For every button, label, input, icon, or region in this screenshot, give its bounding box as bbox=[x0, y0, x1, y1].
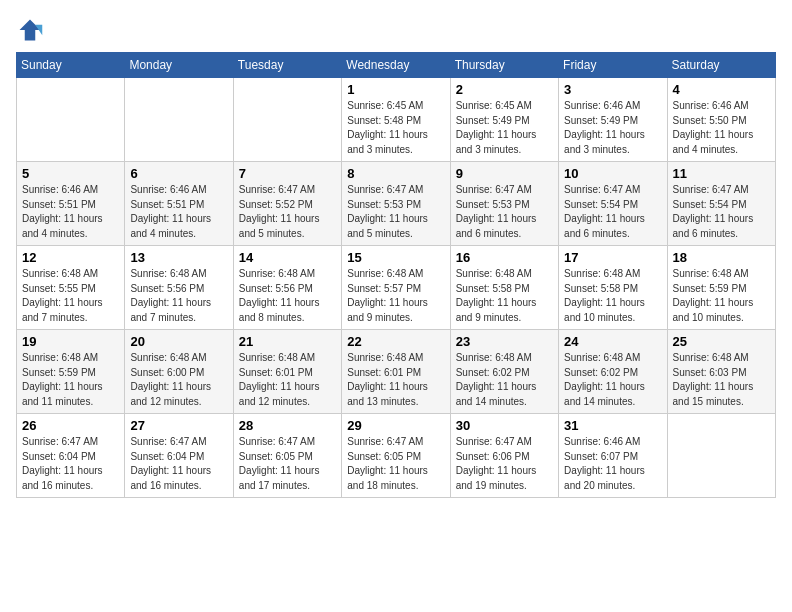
cell-day-number: 3 bbox=[564, 82, 661, 97]
cell-day-number: 29 bbox=[347, 418, 444, 433]
weekday-header-saturday: Saturday bbox=[667, 53, 775, 78]
calendar-cell: 19Sunrise: 6:48 AM Sunset: 5:59 PM Dayli… bbox=[17, 330, 125, 414]
cell-day-number: 25 bbox=[673, 334, 770, 349]
weekday-header-tuesday: Tuesday bbox=[233, 53, 341, 78]
cell-info: Sunrise: 6:48 AM Sunset: 5:57 PM Dayligh… bbox=[347, 267, 444, 325]
cell-day-number: 6 bbox=[130, 166, 227, 181]
cell-info: Sunrise: 6:48 AM Sunset: 5:56 PM Dayligh… bbox=[130, 267, 227, 325]
cell-info: Sunrise: 6:48 AM Sunset: 6:01 PM Dayligh… bbox=[347, 351, 444, 409]
calendar-cell: 30Sunrise: 6:47 AM Sunset: 6:06 PM Dayli… bbox=[450, 414, 558, 498]
calendar-cell: 6Sunrise: 6:46 AM Sunset: 5:51 PM Daylig… bbox=[125, 162, 233, 246]
calendar-cell: 5Sunrise: 6:46 AM Sunset: 5:51 PM Daylig… bbox=[17, 162, 125, 246]
cell-day-number: 15 bbox=[347, 250, 444, 265]
cell-day-number: 21 bbox=[239, 334, 336, 349]
calendar-cell: 31Sunrise: 6:46 AM Sunset: 6:07 PM Dayli… bbox=[559, 414, 667, 498]
cell-day-number: 27 bbox=[130, 418, 227, 433]
calendar-cell: 12Sunrise: 6:48 AM Sunset: 5:55 PM Dayli… bbox=[17, 246, 125, 330]
cell-day-number: 2 bbox=[456, 82, 553, 97]
cell-info: Sunrise: 6:47 AM Sunset: 5:53 PM Dayligh… bbox=[347, 183, 444, 241]
calendar-cell: 23Sunrise: 6:48 AM Sunset: 6:02 PM Dayli… bbox=[450, 330, 558, 414]
calendar-cell: 20Sunrise: 6:48 AM Sunset: 6:00 PM Dayli… bbox=[125, 330, 233, 414]
cell-info: Sunrise: 6:46 AM Sunset: 6:07 PM Dayligh… bbox=[564, 435, 661, 493]
cell-day-number: 18 bbox=[673, 250, 770, 265]
weekday-header-monday: Monday bbox=[125, 53, 233, 78]
calendar-cell: 3Sunrise: 6:46 AM Sunset: 5:49 PM Daylig… bbox=[559, 78, 667, 162]
cell-info: Sunrise: 6:45 AM Sunset: 5:48 PM Dayligh… bbox=[347, 99, 444, 157]
cell-day-number: 28 bbox=[239, 418, 336, 433]
cell-day-number: 24 bbox=[564, 334, 661, 349]
cell-day-number: 17 bbox=[564, 250, 661, 265]
calendar-cell: 24Sunrise: 6:48 AM Sunset: 6:02 PM Dayli… bbox=[559, 330, 667, 414]
calendar-header-row: SundayMondayTuesdayWednesdayThursdayFrid… bbox=[17, 53, 776, 78]
page-header bbox=[16, 16, 776, 44]
calendar-cell: 21Sunrise: 6:48 AM Sunset: 6:01 PM Dayli… bbox=[233, 330, 341, 414]
cell-info: Sunrise: 6:48 AM Sunset: 6:02 PM Dayligh… bbox=[564, 351, 661, 409]
cell-info: Sunrise: 6:48 AM Sunset: 6:03 PM Dayligh… bbox=[673, 351, 770, 409]
logo bbox=[16, 16, 48, 44]
calendar-week-1: 1Sunrise: 6:45 AM Sunset: 5:48 PM Daylig… bbox=[17, 78, 776, 162]
calendar-cell bbox=[233, 78, 341, 162]
cell-day-number: 10 bbox=[564, 166, 661, 181]
calendar-cell: 7Sunrise: 6:47 AM Sunset: 5:52 PM Daylig… bbox=[233, 162, 341, 246]
cell-info: Sunrise: 6:46 AM Sunset: 5:49 PM Dayligh… bbox=[564, 99, 661, 157]
weekday-header-thursday: Thursday bbox=[450, 53, 558, 78]
cell-info: Sunrise: 6:45 AM Sunset: 5:49 PM Dayligh… bbox=[456, 99, 553, 157]
calendar-cell: 22Sunrise: 6:48 AM Sunset: 6:01 PM Dayli… bbox=[342, 330, 450, 414]
cell-info: Sunrise: 6:47 AM Sunset: 5:53 PM Dayligh… bbox=[456, 183, 553, 241]
calendar-cell: 18Sunrise: 6:48 AM Sunset: 5:59 PM Dayli… bbox=[667, 246, 775, 330]
cell-day-number: 11 bbox=[673, 166, 770, 181]
calendar-cell: 27Sunrise: 6:47 AM Sunset: 6:04 PM Dayli… bbox=[125, 414, 233, 498]
calendar-cell: 8Sunrise: 6:47 AM Sunset: 5:53 PM Daylig… bbox=[342, 162, 450, 246]
calendar-cell bbox=[125, 78, 233, 162]
calendar-cell: 13Sunrise: 6:48 AM Sunset: 5:56 PM Dayli… bbox=[125, 246, 233, 330]
cell-day-number: 16 bbox=[456, 250, 553, 265]
cell-day-number: 26 bbox=[22, 418, 119, 433]
cell-day-number: 9 bbox=[456, 166, 553, 181]
calendar-cell: 2Sunrise: 6:45 AM Sunset: 5:49 PM Daylig… bbox=[450, 78, 558, 162]
calendar-cell: 9Sunrise: 6:47 AM Sunset: 5:53 PM Daylig… bbox=[450, 162, 558, 246]
cell-info: Sunrise: 6:48 AM Sunset: 5:55 PM Dayligh… bbox=[22, 267, 119, 325]
cell-info: Sunrise: 6:48 AM Sunset: 6:02 PM Dayligh… bbox=[456, 351, 553, 409]
cell-info: Sunrise: 6:48 AM Sunset: 6:01 PM Dayligh… bbox=[239, 351, 336, 409]
cell-info: Sunrise: 6:46 AM Sunset: 5:50 PM Dayligh… bbox=[673, 99, 770, 157]
cell-info: Sunrise: 6:48 AM Sunset: 5:59 PM Dayligh… bbox=[22, 351, 119, 409]
calendar-cell: 28Sunrise: 6:47 AM Sunset: 6:05 PM Dayli… bbox=[233, 414, 341, 498]
cell-info: Sunrise: 6:47 AM Sunset: 6:05 PM Dayligh… bbox=[347, 435, 444, 493]
calendar-cell: 29Sunrise: 6:47 AM Sunset: 6:05 PM Dayli… bbox=[342, 414, 450, 498]
cell-info: Sunrise: 6:47 AM Sunset: 5:54 PM Dayligh… bbox=[564, 183, 661, 241]
calendar-cell: 14Sunrise: 6:48 AM Sunset: 5:56 PM Dayli… bbox=[233, 246, 341, 330]
calendar-cell bbox=[17, 78, 125, 162]
weekday-header-friday: Friday bbox=[559, 53, 667, 78]
cell-day-number: 8 bbox=[347, 166, 444, 181]
calendar-cell: 16Sunrise: 6:48 AM Sunset: 5:58 PM Dayli… bbox=[450, 246, 558, 330]
cell-day-number: 13 bbox=[130, 250, 227, 265]
svg-marker-0 bbox=[20, 20, 41, 41]
cell-info: Sunrise: 6:47 AM Sunset: 5:52 PM Dayligh… bbox=[239, 183, 336, 241]
weekday-header-wednesday: Wednesday bbox=[342, 53, 450, 78]
cell-day-number: 30 bbox=[456, 418, 553, 433]
logo-icon bbox=[16, 16, 44, 44]
calendar-table: SundayMondayTuesdayWednesdayThursdayFrid… bbox=[16, 52, 776, 498]
cell-day-number: 22 bbox=[347, 334, 444, 349]
cell-info: Sunrise: 6:46 AM Sunset: 5:51 PM Dayligh… bbox=[130, 183, 227, 241]
calendar-cell bbox=[667, 414, 775, 498]
calendar-cell: 1Sunrise: 6:45 AM Sunset: 5:48 PM Daylig… bbox=[342, 78, 450, 162]
cell-day-number: 1 bbox=[347, 82, 444, 97]
cell-info: Sunrise: 6:46 AM Sunset: 5:51 PM Dayligh… bbox=[22, 183, 119, 241]
cell-day-number: 23 bbox=[456, 334, 553, 349]
cell-info: Sunrise: 6:48 AM Sunset: 5:58 PM Dayligh… bbox=[456, 267, 553, 325]
cell-info: Sunrise: 6:47 AM Sunset: 6:04 PM Dayligh… bbox=[130, 435, 227, 493]
cell-day-number: 31 bbox=[564, 418, 661, 433]
cell-day-number: 5 bbox=[22, 166, 119, 181]
calendar-cell: 26Sunrise: 6:47 AM Sunset: 6:04 PM Dayli… bbox=[17, 414, 125, 498]
cell-day-number: 14 bbox=[239, 250, 336, 265]
cell-info: Sunrise: 6:48 AM Sunset: 5:58 PM Dayligh… bbox=[564, 267, 661, 325]
cell-info: Sunrise: 6:48 AM Sunset: 6:00 PM Dayligh… bbox=[130, 351, 227, 409]
cell-day-number: 4 bbox=[673, 82, 770, 97]
cell-day-number: 20 bbox=[130, 334, 227, 349]
cell-day-number: 7 bbox=[239, 166, 336, 181]
calendar-cell: 17Sunrise: 6:48 AM Sunset: 5:58 PM Dayli… bbox=[559, 246, 667, 330]
calendar-week-4: 19Sunrise: 6:48 AM Sunset: 5:59 PM Dayli… bbox=[17, 330, 776, 414]
calendar-cell: 25Sunrise: 6:48 AM Sunset: 6:03 PM Dayli… bbox=[667, 330, 775, 414]
cell-day-number: 12 bbox=[22, 250, 119, 265]
